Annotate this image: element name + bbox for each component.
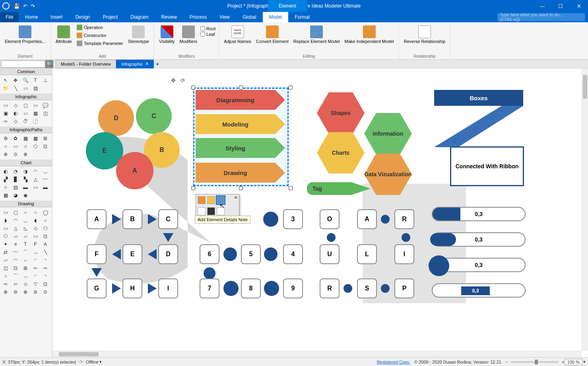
selection-handle[interactable] (191, 186, 195, 190)
circle-c[interactable]: C (136, 98, 172, 134)
connected-box[interactable]: Connected With Ribbon (450, 146, 524, 186)
horizontal-scrollbar[interactable] (52, 351, 582, 357)
zoom-slider[interactable] (511, 361, 559, 363)
add-tab-button[interactable]: + (154, 60, 161, 68)
move-icon[interactable]: ✥ (171, 77, 176, 84)
lbox-r[interactable]: R (394, 209, 414, 229)
toolbox-chart-header[interactable]: Chart (0, 160, 52, 166)
tab-format[interactable]: Format (288, 12, 316, 22)
help-search-input[interactable]: Type here what you want to do... (CTRL+Q… (497, 13, 585, 21)
gbox-b[interactable]: B (122, 209, 142, 229)
toolbox-common-header[interactable]: Common (0, 68, 52, 75)
line-tool[interactable]: ╲ (12, 85, 19, 92)
gbox-f[interactable]: F (87, 244, 107, 264)
status-offline[interactable]: Offline (86, 360, 99, 364)
tab-design[interactable]: Design (69, 12, 96, 22)
popup-icon-4[interactable] (198, 207, 206, 215)
registered-link[interactable]: Registered Copy. (377, 360, 410, 364)
tab-home[interactable]: Home (19, 12, 44, 22)
tab-review[interactable]: Review (155, 12, 183, 22)
lbox-l[interactable]: L (357, 244, 377, 264)
tab-diagram[interactable]: Diagram (124, 12, 155, 22)
nbox-7[interactable]: 7 (200, 278, 219, 298)
lbox-o[interactable]: O (320, 209, 340, 229)
bar-3[interactable]: 0,3 (432, 258, 526, 272)
text-tool[interactable]: T (31, 77, 39, 84)
tab-view[interactable]: View (213, 12, 236, 22)
root-checkbox[interactable]: Root (200, 26, 215, 31)
note-tool[interactable]: ▤ (31, 85, 39, 92)
move-tool[interactable]: ✥ (12, 77, 19, 84)
nbox-4[interactable]: 4 (283, 244, 303, 264)
gbox-d[interactable]: D (158, 244, 178, 264)
doc-tab-infographic[interactable]: Infographic✕ (116, 60, 154, 68)
stereotype-button[interactable]: Stereotype (126, 24, 151, 53)
boxes-header[interactable]: Boxes (434, 90, 523, 106)
pointer-tool[interactable]: ↖ (2, 77, 10, 84)
toolbox-infographic-header[interactable]: Infographic (0, 93, 52, 100)
replace-model-button[interactable]: Replace Element Model (292, 24, 342, 53)
selection-handle[interactable] (239, 86, 243, 90)
diagram-canvas[interactable]: D C E B A ✥ ⟳ Diagramming Modeling Styli… (52, 68, 588, 357)
selection-handle[interactable] (289, 186, 293, 190)
gbox-e[interactable]: E (122, 244, 142, 264)
band-modeling[interactable]: Modeling (196, 114, 275, 134)
gbox-a[interactable]: A (87, 209, 107, 229)
constructor-button[interactable]: Constructor (75, 32, 125, 39)
undo-icon[interactable]: ↶ (23, 3, 27, 9)
context-tab-element[interactable]: Element (268, 0, 307, 12)
convert-element-button[interactable]: Convert Element (254, 24, 290, 53)
gbox-g[interactable]: G (87, 278, 107, 298)
attribute-button[interactable]: Attribute (54, 24, 74, 53)
modifiers-button[interactable]: Modifiers (178, 24, 199, 53)
lbox-a[interactable]: A (357, 209, 377, 229)
lbox-i[interactable]: I (394, 244, 414, 264)
doc-tab-model1[interactable]: Model1 - Folder Overview (56, 60, 116, 68)
lbox-p[interactable]: P (394, 278, 414, 298)
sidebar-search-input[interactable] (1, 60, 45, 68)
minimize-button[interactable]: — (533, 0, 551, 12)
selection-handle[interactable] (239, 186, 243, 190)
selection-handle[interactable] (289, 86, 293, 90)
popup-icon-2[interactable] (207, 196, 215, 204)
zoom-tool[interactable]: 🔍 (21, 77, 29, 84)
bar-2[interactable]: 0,3 (432, 232, 526, 247)
adjust-names-button[interactable]: NameNAMEAdjust Names (222, 24, 252, 53)
operation-button[interactable]: Operation (75, 24, 125, 31)
scrollbar-thumb[interactable] (59, 352, 99, 356)
rect-tool[interactable]: ▭ (21, 85, 29, 92)
band-diagramming[interactable]: Diagramming (196, 90, 275, 110)
tab-model[interactable]: Model (263, 12, 289, 22)
tab-project[interactable]: Project (97, 12, 124, 22)
toolbox-drawing-header[interactable]: Drawing (0, 201, 52, 207)
lbox-s[interactable]: S (357, 278, 377, 298)
redo-icon[interactable]: ↷ (31, 3, 35, 9)
tab-file[interactable]: File (0, 12, 19, 22)
circle-a[interactable]: A (116, 152, 153, 189)
reverse-relationship-button[interactable]: Reverse Relationship (402, 24, 447, 53)
band-drawing[interactable]: Drawing (196, 163, 275, 183)
popup-icon-5[interactable] (207, 207, 215, 215)
lbox-u[interactable]: U (320, 244, 340, 264)
connector-tool[interactable]: ⊥ (41, 77, 49, 84)
close-tab-icon[interactable]: ✕ (145, 61, 149, 66)
maximize-button[interactable]: ☐ (551, 0, 570, 12)
tab-insert[interactable]: Insert (44, 12, 69, 22)
gbox-h[interactable]: H (122, 278, 142, 298)
nbox-5[interactable]: 5 (241, 244, 261, 264)
save-icon[interactable]: 💾 (14, 3, 20, 9)
close-button[interactable]: ✕ (570, 0, 588, 12)
circle-d[interactable]: D (98, 100, 134, 136)
leaf-checkbox[interactable]: Leaf (200, 32, 215, 37)
nbox-9[interactable]: 9 (283, 278, 303, 298)
lbox-r2[interactable]: R (320, 278, 340, 298)
selection-handle[interactable] (191, 86, 195, 90)
tab-global[interactable]: Global (236, 12, 263, 22)
band-styling[interactable]: Styling (196, 138, 275, 158)
gbox-i[interactable]: I (158, 278, 178, 298)
zoom-out-button[interactable]: − (505, 360, 508, 364)
popup-close-icon[interactable]: ✕ (234, 195, 237, 200)
gbox-c[interactable]: C (158, 209, 178, 229)
vertical-scrollbar[interactable] (582, 68, 588, 351)
rotate-icon[interactable]: ⟳ (180, 77, 185, 84)
